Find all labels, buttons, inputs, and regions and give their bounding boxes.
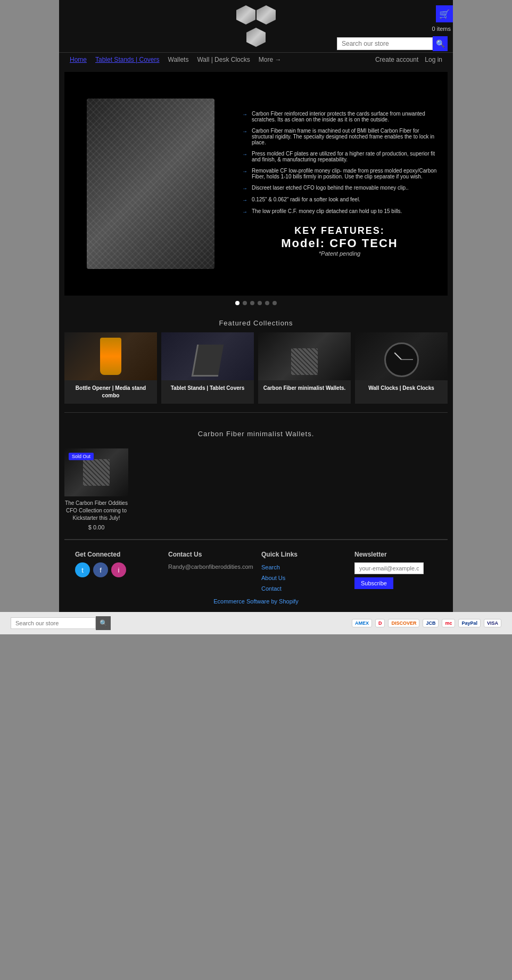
subscribe-button[interactable]: Subscribe (354, 577, 393, 589)
hex-3 (246, 28, 266, 47)
collection-card-2[interactable]: Tablet Stands | Tablet Covers (161, 332, 254, 404)
nav-login[interactable]: Log in (425, 56, 442, 63)
cart-icon: 🛒 (439, 9, 450, 19)
product-price-1: $ 0.00 (64, 524, 128, 530)
header-search-input[interactable] (337, 37, 433, 50)
feature-text-4: Removable CF low-profile money clip- mad… (252, 168, 437, 179)
header-search-button[interactable]: 🔍 (433, 36, 448, 51)
nav-item-clocks[interactable]: Wall | Desk Clocks (197, 56, 250, 63)
wallet-product-image (87, 99, 214, 269)
arrow-icon-2: → (242, 128, 247, 134)
wallet-collection-shape (291, 348, 318, 375)
footer-link-about[interactable]: About Us (261, 573, 344, 584)
model-label: Model: CFO TECH (247, 236, 432, 250)
social-instagram-icon[interactable]: i (111, 562, 126, 577)
collections-grid: Bottle Opener | Media stand combo Tablet… (59, 332, 453, 412)
product-name-1: The Carbon Fiber Oddities CFO Collection… (64, 500, 128, 522)
hex-2 (257, 5, 276, 24)
hero-features: → Carbon Fiber reinforced interior prote… (237, 72, 448, 296)
social-twitter-icon[interactable]: t (75, 562, 90, 577)
hero-title-section: KEY FEATURES: Model: CFO TECH *Patent pe… (242, 220, 437, 262)
nav-item-home[interactable]: Home (70, 56, 87, 63)
patent-label: *Patent pending (247, 250, 432, 257)
tablet-stand-shape (192, 345, 224, 377)
footer-col-newsletter: Newsletter Subscribe (354, 551, 437, 594)
feature-text-2: Carbon Fiber main frame is machined out … (252, 128, 437, 145)
footer-quicklinks-heading: Quick Links (261, 551, 344, 558)
feature-text-1: Carbon Fiber reinforced interior protect… (252, 111, 437, 123)
clock-hour-hand (394, 353, 402, 360)
collection-label-2: Tablet Stands | Tablet Covers (161, 380, 254, 396)
social-facebook-icon[interactable]: f (93, 562, 108, 577)
cart-count: 0 items (432, 26, 451, 32)
header-search: 🔍 (337, 36, 448, 51)
collection-label-3: Carbon Fiber minimalist Wallets. (258, 380, 351, 396)
collection-card-4[interactable]: Wall Clocks | Desk Clocks (355, 332, 448, 404)
payment-jcb: JCB (423, 619, 439, 627)
shopify-link[interactable]: Ecommerce Software by Shopify (75, 594, 437, 607)
footer-contact-heading: Contact Us (168, 551, 251, 558)
arrow-icon-6: → (242, 197, 247, 203)
hero-section: → Carbon Fiber reinforced interior prote… (64, 72, 448, 296)
feature-4: → Removable CF low-profile money clip- m… (242, 168, 437, 179)
clock-minute-hand (401, 360, 413, 360)
slider-dot-3[interactable] (250, 301, 254, 305)
footer-link-search[interactable]: Search (261, 562, 344, 573)
feature-text-6: 0.125" & 0.062" radii for a softer look … (252, 197, 360, 202)
nav-item-more[interactable]: More → (259, 56, 282, 63)
arrow-icon-1: → (242, 111, 247, 117)
bottle-shape (100, 338, 121, 375)
slider-dot-2[interactable] (243, 301, 247, 305)
nav-item-tablet-stands[interactable]: Tablet Stands | Covers (95, 56, 160, 63)
payment-amex: AMEX (352, 619, 372, 627)
footer-contact-email: Randy@carbonfiberoddities.com (168, 562, 251, 572)
footer-col-quicklinks: Quick Links Search About Us Contact (261, 551, 344, 594)
outer-wrapper: 🛒 0 items 🔍 Home Tablet Stands | Covers … (0, 0, 512, 634)
bottom-search: 🔍 (11, 616, 111, 630)
feature-1: → Carbon Fiber reinforced interior prote… (242, 111, 437, 123)
collection-card-3[interactable]: Carbon Fiber minimalist Wallets. (258, 332, 351, 404)
search-icon: 🔍 (436, 39, 445, 48)
feature-5: → Discreet laser etched CFO logo behind … (242, 185, 437, 191)
slider-dot-1[interactable] (235, 301, 240, 305)
slider-dot-5[interactable] (265, 301, 269, 305)
payment-mastercard: mc (442, 619, 455, 627)
collection-card-1[interactable]: Bottle Opener | Media stand combo (64, 332, 157, 404)
product-card-1[interactable]: Sold Out The Carbon Fiber Oddities CFO C… (64, 448, 128, 530)
feature-7: → The low profile C.F. money clip detach… (242, 208, 437, 215)
product-wallet-shape (83, 459, 110, 486)
key-features-label: KEY FEATURES: (247, 225, 432, 236)
payment-visa: VISA (484, 619, 501, 627)
bottom-bar: 🔍 AMEX D DISCOVER JCB mc PayPal VISA (0, 612, 512, 634)
arrow-icon-7: → (242, 209, 247, 215)
footer-col-social: Get Connected t f i (75, 551, 158, 594)
collection-img-2 (161, 332, 254, 380)
collection-img-4 (355, 332, 448, 380)
social-icons: t f i (75, 562, 158, 577)
feature-6: → 0.125" & 0.062" radii for a softer loo… (242, 197, 437, 203)
nav-item-wallets[interactable]: Wallets (168, 56, 189, 63)
site-wrapper: 🛒 0 items 🔍 Home Tablet Stands | Covers … (59, 0, 453, 612)
cart-button[interactable]: 🛒 (436, 5, 453, 22)
payment-paypal: PayPal (458, 619, 481, 627)
feature-3: → Press molded CF plates are utilized fo… (242, 151, 437, 162)
nav-create-account[interactable]: Create account (375, 56, 418, 63)
navigation: Home Tablet Stands | Covers Wallets Wall… (59, 52, 453, 67)
slider-dots (64, 296, 448, 311)
footer-link-contact[interactable]: Contact (261, 584, 344, 594)
newsletter-email-input[interactable] (354, 562, 424, 574)
collection-img-1 (64, 332, 157, 380)
slider-dot-6[interactable] (272, 301, 277, 305)
feature-2: → Carbon Fiber main frame is machined ou… (242, 128, 437, 145)
footer-newsletter-heading: Newsletter (354, 551, 437, 558)
slider-dot-4[interactable] (258, 301, 262, 305)
bottom-search-input[interactable] (11, 617, 96, 629)
featured-section: Featured Collections Bottle Opener | Med… (59, 311, 453, 412)
hex-1 (236, 5, 255, 24)
wallets-section: Carbon Fiber minimalist Wallets. Sold Ou… (59, 413, 453, 539)
arrow-icon-4: → (242, 168, 247, 174)
bottom-search-button[interactable]: 🔍 (96, 616, 111, 630)
collection-label-4: Wall Clocks | Desk Clocks (355, 380, 448, 396)
hero-content: → Carbon Fiber reinforced interior prote… (64, 72, 448, 296)
clock-shape (384, 342, 419, 377)
